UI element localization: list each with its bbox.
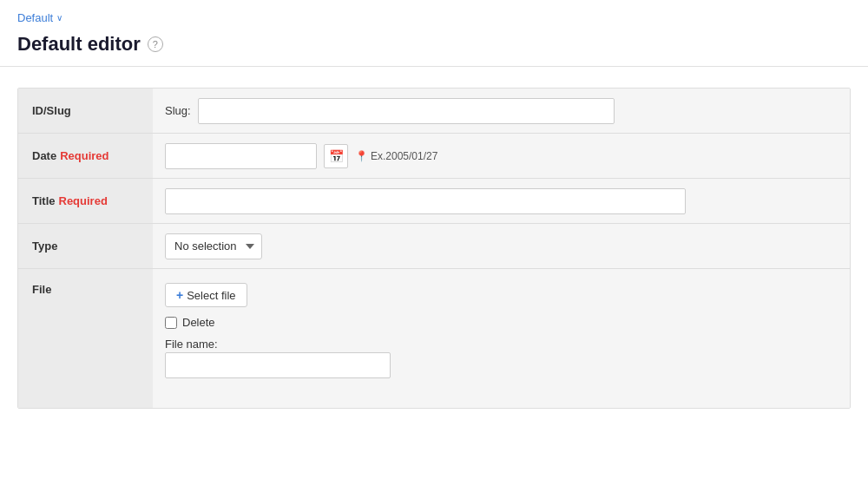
field-date: 2022-08-29 📅 📍 Ex.2005/01/27 bbox=[153, 134, 850, 178]
slug-label: Slug: bbox=[165, 104, 191, 117]
page-header: Default editor ? bbox=[0, 30, 868, 67]
calendar-button[interactable]: 📅 bbox=[324, 144, 348, 168]
label-file: File bbox=[18, 269, 153, 408]
pin-icon: 📍 bbox=[355, 150, 368, 162]
form-row-id-slug: ID/Slug Slug: bbox=[18, 89, 850, 134]
form-row-title: Title Required bbox=[18, 179, 850, 224]
select-file-button[interactable]: + Select file bbox=[165, 283, 247, 307]
plus-icon: + bbox=[176, 288, 183, 302]
form-row-type: Type No selection Option 1 Option 2 bbox=[18, 224, 850, 269]
page-title: Default editor bbox=[17, 33, 141, 56]
form-container: ID/Slug Slug: Date Required 2022-08-29 📅… bbox=[17, 88, 851, 409]
field-id-slug: Slug: bbox=[153, 89, 850, 133]
date-required-badge: Required bbox=[60, 149, 108, 162]
delete-row: Delete bbox=[165, 316, 215, 329]
title-input[interactable] bbox=[165, 188, 686, 214]
file-name-label: File name: bbox=[165, 338, 391, 351]
file-name-input[interactable] bbox=[165, 352, 391, 378]
label-title: Title Required bbox=[18, 179, 153, 223]
date-input[interactable]: 2022-08-29 bbox=[165, 143, 317, 169]
label-type: Type bbox=[18, 224, 153, 268]
delete-label: Delete bbox=[182, 316, 215, 329]
help-icon[interactable]: ? bbox=[148, 36, 163, 52]
form-row-date: Date Required 2022-08-29 📅 📍 Ex.2005/01/… bbox=[18, 134, 850, 179]
date-example: 📍 Ex.2005/01/27 bbox=[355, 150, 437, 162]
select-file-label: Select file bbox=[187, 289, 235, 302]
file-name-section: File name: bbox=[165, 338, 391, 378]
type-select[interactable]: No selection Option 1 Option 2 bbox=[165, 233, 262, 259]
field-title bbox=[153, 179, 850, 223]
breadcrumb-area: Default ∨ bbox=[0, 0, 868, 30]
title-required-badge: Required bbox=[59, 194, 108, 207]
label-date: Date Required bbox=[18, 134, 153, 178]
field-type: No selection Option 1 Option 2 bbox=[153, 224, 850, 268]
breadcrumb-label: Default bbox=[17, 11, 53, 24]
delete-checkbox[interactable] bbox=[165, 317, 177, 329]
chevron-down-icon: ∨ bbox=[56, 13, 62, 23]
field-file: + Select file Delete File name: bbox=[153, 269, 850, 408]
breadcrumb-link[interactable]: Default ∨ bbox=[17, 11, 62, 24]
form-row-file: File + Select file Delete File name: bbox=[18, 269, 850, 408]
label-id-slug: ID/Slug bbox=[18, 89, 153, 133]
page-wrapper: Default ∨ Default editor ? ID/Slug Slug:… bbox=[0, 0, 868, 479]
slug-input[interactable] bbox=[198, 98, 615, 124]
